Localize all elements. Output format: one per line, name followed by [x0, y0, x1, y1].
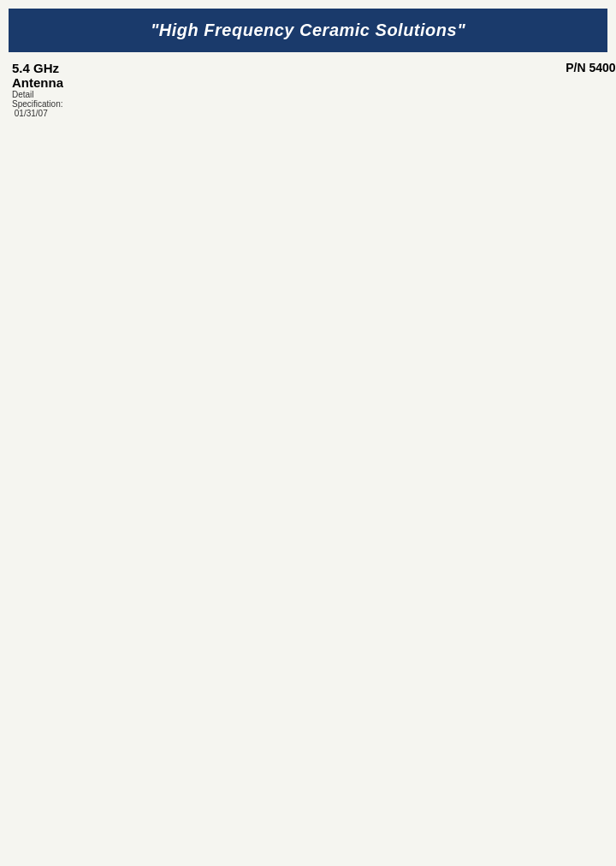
- part-number-title: P/N 5400AT18A1000: [63, 61, 616, 74]
- title-row: 5.4 GHz Antenna Detail Specification: 01…: [9, 61, 607, 866]
- banner-text: "High Frequency Ceramic Solutions": [151, 21, 465, 39]
- title-right: P/N 5400AT18A1000 Page 1 of 3: [63, 61, 616, 866]
- header-banner: "High Frequency Ceramic Solutions": [9, 9, 607, 52]
- subtitle: Detail Specification: 01/31/07: [12, 90, 63, 118]
- title-left: 5.4 GHz Antenna Detail Specification: 01…: [12, 61, 63, 118]
- page: "High Frequency Ceramic Solutions" 5.4 G…: [0, 0, 616, 866]
- page-number: Page 1 of 3: [63, 74, 616, 866]
- main-title: 5.4 GHz Antenna: [12, 61, 63, 90]
